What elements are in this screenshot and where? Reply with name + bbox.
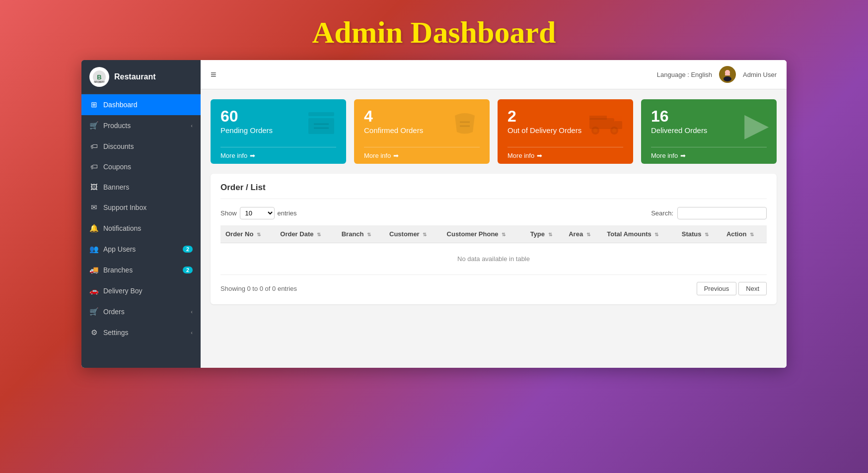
menu-toggle-button[interactable]: ≡ xyxy=(211,69,217,80)
admin-avatar xyxy=(719,66,736,83)
banners-icon: 🖼 xyxy=(89,183,98,191)
confirmed-orders-more-info[interactable]: More info ➡ xyxy=(364,147,480,164)
branches-badge: 2 xyxy=(183,267,193,273)
orders-icon: 🛒 xyxy=(89,307,98,316)
sidebar-item-settings[interactable]: ⚙ Settings ‹ xyxy=(81,322,201,343)
sidebar-label-settings: Settings xyxy=(103,329,186,337)
svg-point-5 xyxy=(723,76,731,81)
sidebar-item-discounts[interactable]: 🏷 Discounts xyxy=(81,136,201,156)
page-title: Admin Dashboard xyxy=(0,15,868,50)
sort-icon-customer-phone[interactable]: ⇅ xyxy=(502,232,506,237)
sort-icon-branch[interactable]: ⇅ xyxy=(367,232,371,237)
sort-icon-type[interactable]: ⇅ xyxy=(548,232,552,237)
search-label: Search: xyxy=(651,209,673,217)
table-controls: Show 10 25 50 100 entries Search: xyxy=(220,207,767,219)
col-status: Status ⇅ xyxy=(677,225,722,243)
col-branch: Branch ⇅ xyxy=(337,225,384,243)
sidebar-item-coupons[interactable]: 🏷 Coupons xyxy=(81,156,201,177)
previous-button[interactable]: Previous xyxy=(697,282,737,295)
main-content: ≡ Language : English Admin User xyxy=(201,60,787,368)
stat-card-confirmed: 4 Confirmed Orders More info ➡ xyxy=(354,99,490,164)
sidebar-item-orders[interactable]: 🛒 Orders ‹ xyxy=(81,301,201,322)
admin-username: Admin User xyxy=(743,71,777,78)
pagination-buttons: Previous Next xyxy=(697,282,767,295)
app-users-icon: 👥 xyxy=(89,245,98,254)
sidebar-label-support-inbox: Support Inbox xyxy=(103,203,193,211)
app-container: B NFOWAY Restaurant ⊞ Dashboard 🛒 Produc… xyxy=(81,60,787,368)
order-list-section: Order / List Show 10 25 50 100 entries xyxy=(211,174,777,304)
svg-text:B: B xyxy=(97,73,101,81)
svg-rect-7 xyxy=(725,74,730,75)
sort-icon-total-amounts[interactable]: ⇅ xyxy=(654,232,658,237)
search-input[interactable] xyxy=(677,207,767,219)
sort-icon-action[interactable]: ⇅ xyxy=(750,232,754,237)
sidebar-label-delivery-boy: Delivery Boy xyxy=(103,287,193,295)
col-area: Area ⇅ xyxy=(564,225,602,243)
sort-icon-order-date[interactable]: ⇅ xyxy=(317,232,321,237)
dashboard-icon: ⊞ xyxy=(89,100,98,109)
stat-card-out-of-delivery: 2 Out of Delivery Orders More info ➡ xyxy=(498,99,633,164)
svg-point-19 xyxy=(612,129,616,133)
delivered-orders-more-info[interactable]: More info ➡ xyxy=(651,147,767,164)
brand-name: Restaurant xyxy=(114,72,156,81)
dashboard-body: 60 Pending Orders More info ➡ xyxy=(201,89,787,368)
orders-table: Order No ⇅ Order Date ⇅ Branch ⇅ xyxy=(220,225,767,275)
products-icon: 🛒 xyxy=(89,121,98,130)
sort-icon-area[interactable]: ⇅ xyxy=(586,232,590,237)
col-customer: Customer ⇅ xyxy=(384,225,442,243)
pagination: Showing 0 to 0 of 0 entries Previous Nex… xyxy=(220,282,767,295)
sidebar-item-support-inbox[interactable]: ✉ Support Inbox xyxy=(81,197,201,218)
sort-icon-customer[interactable]: ⇅ xyxy=(423,232,427,237)
language-selector[interactable]: Language : English xyxy=(657,71,712,78)
products-arrow-icon: ‹ xyxy=(191,123,193,129)
settings-icon: ⚙ xyxy=(89,328,98,337)
no-data-message: No data available in table xyxy=(220,243,767,275)
sidebar-label-app-users: App Users xyxy=(103,245,178,253)
svg-point-17 xyxy=(593,129,597,133)
entries-label: entries xyxy=(278,209,297,217)
discounts-icon: 🏷 xyxy=(89,142,98,150)
sidebar-label-products: Products xyxy=(103,122,186,130)
col-customer-phone: Customer Phone ⇅ xyxy=(442,225,525,243)
sidebar: B NFOWAY Restaurant ⊞ Dashboard 🛒 Produc… xyxy=(81,60,201,368)
col-action: Action ⇅ xyxy=(722,225,767,243)
out-of-delivery-more-info[interactable]: More info ➡ xyxy=(507,147,623,164)
sidebar-item-delivery-boy[interactable]: 🚗 Delivery Boy xyxy=(81,280,201,301)
sidebar-item-banners[interactable]: 🖼 Banners xyxy=(81,177,201,197)
sort-icon-order-no[interactable]: ⇅ xyxy=(257,232,261,237)
col-order-no: Order No ⇅ xyxy=(220,225,275,243)
sidebar-nav: ⊞ Dashboard 🛒 Products ‹ 🏷 Discounts 🏷 C… xyxy=(81,94,201,368)
next-button[interactable]: Next xyxy=(738,282,767,295)
sidebar-label-orders: Orders xyxy=(103,308,186,316)
notifications-icon: 🔔 xyxy=(89,224,98,233)
sidebar-label-banners: Banners xyxy=(103,183,193,191)
brand-logo: B NFOWAY xyxy=(89,67,109,87)
sidebar-item-dashboard[interactable]: ⊞ Dashboard xyxy=(81,94,201,115)
svg-rect-20 xyxy=(589,116,607,120)
stat-card-delivered: ▶ 16 Delivered Orders More info ➡ xyxy=(641,99,777,164)
page-header: Admin Dashboard xyxy=(0,0,868,60)
coupons-icon: 🏷 xyxy=(89,162,98,171)
show-entries-control: Show 10 25 50 100 entries xyxy=(220,207,297,219)
pending-orders-icon xyxy=(306,108,336,144)
search-box: Search: xyxy=(651,207,767,219)
sidebar-item-notifications[interactable]: 🔔 Notifications xyxy=(81,218,201,239)
confirmed-orders-icon xyxy=(450,108,480,144)
stat-card-pending: 60 Pending Orders More info ➡ xyxy=(211,99,346,164)
stat-cards: 60 Pending Orders More info ➡ xyxy=(211,99,777,164)
delivered-orders-icon: ▶ xyxy=(744,106,769,143)
show-label: Show xyxy=(220,209,237,217)
sidebar-label-notifications: Notifications xyxy=(103,224,193,232)
sidebar-label-discounts: Discounts xyxy=(103,142,193,150)
order-list-title: Order / List xyxy=(220,183,767,199)
sidebar-item-branches[interactable]: 🚚 Branches 2 xyxy=(81,260,201,280)
pending-orders-more-info[interactable]: More info ➡ xyxy=(220,147,336,164)
sort-icon-status[interactable]: ⇅ xyxy=(705,232,709,237)
sidebar-item-products[interactable]: 🛒 Products ‹ xyxy=(81,115,201,136)
sidebar-item-app-users[interactable]: 👥 App Users 2 xyxy=(81,239,201,260)
entries-select[interactable]: 10 25 50 100 xyxy=(240,207,275,219)
orders-arrow-icon: ‹ xyxy=(191,309,193,315)
app-users-badge: 2 xyxy=(183,246,193,253)
settings-arrow-icon: ‹ xyxy=(191,330,193,336)
sidebar-label-coupons: Coupons xyxy=(103,163,193,171)
